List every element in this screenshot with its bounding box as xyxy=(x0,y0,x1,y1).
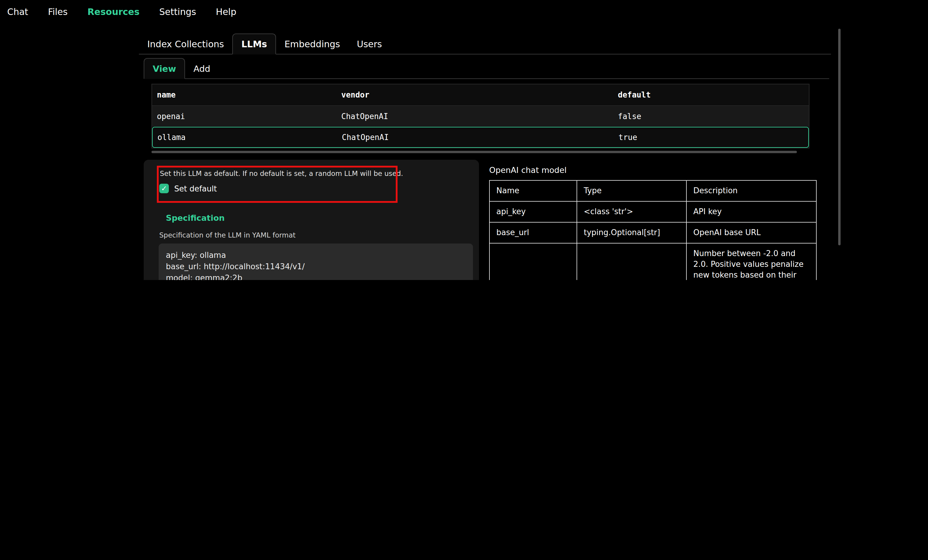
llm-cell-vendor: ChatOpenAI xyxy=(336,112,613,121)
param-type: typing.Optional[str] xyxy=(577,222,687,243)
llm-col-name: name xyxy=(152,90,336,99)
model-row-base-url: base_url typing.Optional[str] OpenAI bas… xyxy=(490,222,817,243)
nav-item-help[interactable]: Help xyxy=(216,6,236,17)
specification-hint-text: Specification of the LLM in YAML format xyxy=(159,231,296,239)
llm-cell-vendor: ChatOpenAI xyxy=(337,133,614,142)
tab-embeddings[interactable]: Embeddings xyxy=(276,35,348,54)
llm-col-default: default xyxy=(613,90,809,99)
nav-item-resources[interactable]: Resources xyxy=(87,6,139,17)
param-name: frequency_penalty xyxy=(490,243,577,280)
model-col-type: Type xyxy=(577,180,687,201)
llm-cell-name: openai xyxy=(152,112,336,121)
llm-row-ollama-selected[interactable]: ollama ChatOpenAI true xyxy=(152,127,809,148)
llm-cell-name: ollama xyxy=(153,133,337,142)
model-col-description: Description xyxy=(687,180,817,201)
subtab-add[interactable]: Add xyxy=(185,59,218,78)
model-info-title: OpenAI chat model xyxy=(489,165,567,175)
specification-heading: Specification xyxy=(166,213,225,222)
nav-item-chat[interactable]: Chat xyxy=(7,6,28,17)
nav-item-files[interactable]: Files xyxy=(48,6,68,17)
horizontal-scrollbar[interactable] xyxy=(151,151,797,153)
llm-subtabs: View Add xyxy=(144,59,829,79)
param-type: <class 'str'> xyxy=(577,201,687,222)
resource-tabs: Index Collections LLMs Embeddings Users xyxy=(139,34,831,55)
param-description: API key xyxy=(687,201,817,222)
llm-cell-default: false xyxy=(613,112,809,121)
llm-row-openai[interactable]: openai ChatOpenAI false xyxy=(152,106,809,127)
param-name: base_url xyxy=(490,222,577,243)
llm-cell-default: true xyxy=(614,133,808,142)
app-window: Chat Files Resources Settings Help Index… xyxy=(0,0,928,280)
checkmark-icon: ✓ xyxy=(161,184,167,193)
model-info-table: Name Type Description api_key <class 'st… xyxy=(489,180,817,280)
top-nav: Chat Files Resources Settings Help xyxy=(0,0,928,24)
nav-item-settings[interactable]: Settings xyxy=(159,6,196,17)
param-description: OpenAI base URL xyxy=(687,222,817,243)
llm-list-table: name vendor default openai ChatOpenAI fa… xyxy=(151,84,809,148)
param-name: api_key xyxy=(490,201,577,222)
model-table-header: Name Type Description xyxy=(490,180,817,201)
set-default-checkbox[interactable]: ✓ xyxy=(159,184,169,193)
model-row-api-key: api_key <class 'str'> API key xyxy=(490,201,817,222)
set-default-hint-text: Set this LLM as default. If no default i… xyxy=(160,169,403,178)
set-default-row: ✓ Set default xyxy=(159,184,217,193)
llm-table-header: name vendor default xyxy=(152,84,809,106)
model-col-name: Name xyxy=(490,180,577,201)
tab-llms[interactable]: LLMs xyxy=(232,33,276,55)
set-default-label: Set default xyxy=(174,184,217,193)
tab-index-collections[interactable]: Index Collections xyxy=(139,35,232,54)
param-description: Number between -2.0 and 2.0. Positive va… xyxy=(687,243,817,280)
llm-col-vendor: vendor xyxy=(336,90,613,99)
yaml-specification-input[interactable]: api_key: ollama base_url: http://localho… xyxy=(159,243,473,280)
subtab-view[interactable]: View xyxy=(144,58,185,79)
model-row-frequency-penalty: frequency_penalty typing.Optional[float]… xyxy=(490,243,817,280)
tab-users[interactable]: Users xyxy=(348,35,390,54)
vertical-scrollbar[interactable] xyxy=(838,29,841,245)
model-info-table-wrap: Name Type Description api_key <class 'st… xyxy=(489,180,817,280)
param-type: typing.Optional[float] xyxy=(577,243,687,280)
